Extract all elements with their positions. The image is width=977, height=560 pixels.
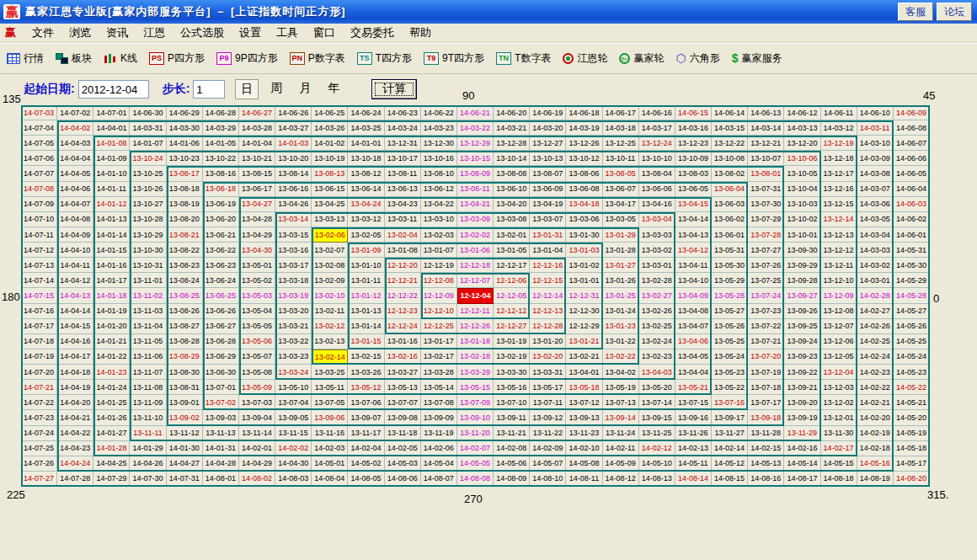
date-cell[interactable]: 14-07-30: [130, 472, 166, 487]
date-cell[interactable]: 14-01-18: [93, 288, 130, 303]
date-cell[interactable]: 13-08-14: [275, 166, 312, 181]
date-cell[interactable]: 12-12-12: [494, 304, 530, 319]
date-cell[interactable]: 13-07-21: [748, 334, 784, 349]
date-cell[interactable]: 14-06-09: [894, 105, 930, 120]
date-cell[interactable]: 13-12-29: [457, 136, 494, 151]
date-cell[interactable]: 13-11-25: [639, 426, 675, 441]
date-cell[interactable]: 13-08-16: [203, 166, 239, 181]
date-cell[interactable]: 13-10-04: [784, 182, 820, 197]
menu-item-浏览[interactable]: 浏览: [61, 25, 99, 40]
date-cell[interactable]: 14-03-18: [603, 120, 639, 136]
date-cell[interactable]: 14-03-26: [312, 120, 348, 136]
date-cell[interactable]: 14-02-18: [857, 441, 894, 456]
date-cell[interactable]: 13-09-07: [348, 410, 384, 425]
date-cell[interactable]: 13-04-03: [639, 365, 675, 380]
date-cell[interactable]: 13-05-05: [239, 319, 275, 334]
date-cell[interactable]: 13-07-25: [748, 273, 784, 288]
tool-赢家轮[interactable]: Bin赢家轮: [619, 51, 664, 66]
date-cell[interactable]: 13-03-16: [275, 243, 312, 258]
date-cell[interactable]: 14-06-27: [239, 105, 275, 120]
date-cell[interactable]: 13-09-26: [784, 304, 820, 319]
date-cell[interactable]: 14-02-26: [857, 319, 894, 334]
date-cell[interactable]: 13-07-07: [385, 395, 421, 410]
date-cell[interactable]: 13-02-25: [639, 319, 675, 334]
date-cell[interactable]: 14-01-04: [239, 136, 275, 151]
date-cell[interactable]: 13-10-25: [130, 166, 166, 181]
date-cell[interactable]: 13-07-01: [203, 380, 239, 395]
date-cell[interactable]: 13-03-29: [457, 365, 494, 380]
date-cell[interactable]: 13-10-13: [530, 151, 566, 166]
date-cell[interactable]: 13-03-30: [494, 365, 530, 380]
date-cell[interactable]: 13-07-28: [748, 227, 784, 243]
date-cell[interactable]: 13-11-09: [130, 395, 166, 410]
date-cell[interactable]: 14-06-19: [530, 105, 566, 120]
date-cell[interactable]: 12-12-21: [385, 273, 421, 288]
date-cell[interactable]: 13-12-01: [821, 410, 857, 425]
date-cell[interactable]: 13-11-02: [130, 288, 166, 303]
date-cell[interactable]: 13-10-07: [748, 151, 784, 166]
date-cell[interactable]: 13-10-06: [784, 151, 820, 166]
date-cell[interactable]: 13-03-28: [421, 365, 457, 380]
date-cell[interactable]: 14-03-11: [857, 120, 894, 136]
date-cell[interactable]: 14-04-17: [57, 349, 93, 365]
date-cell[interactable]: 14-07-06: [21, 151, 57, 166]
date-cell[interactable]: 14-07-21: [21, 380, 57, 395]
date-cell[interactable]: 13-07-15: [675, 395, 712, 410]
date-cell[interactable]: 14-02-22: [857, 380, 894, 395]
date-cell[interactable]: 13-04-02: [603, 365, 639, 380]
date-cell[interactable]: 13-01-31: [530, 227, 566, 243]
date-cell[interactable]: 13-01-27: [603, 258, 639, 273]
date-cell[interactable]: 13-03-05: [603, 212, 639, 227]
date-cell[interactable]: 13-10-02: [784, 212, 820, 227]
date-cell[interactable]: 14-03-16: [675, 120, 712, 136]
date-cell[interactable]: 14-01-24: [93, 380, 130, 395]
date-cell[interactable]: 14-03-03: [857, 243, 894, 258]
date-cell[interactable]: 14-06-06: [894, 151, 930, 166]
date-cell[interactable]: 13-07-24: [748, 288, 784, 303]
date-cell[interactable]: 14-05-19: [894, 426, 930, 441]
date-cell[interactable]: 13-07-06: [348, 395, 384, 410]
date-cell[interactable]: 13-03-11: [385, 212, 421, 227]
date-cell[interactable]: 13-10-03: [784, 197, 820, 212]
support-button[interactable]: 客服: [898, 3, 933, 21]
menu-item-帮助[interactable]: 帮助: [402, 25, 439, 40]
date-cell[interactable]: 13-10-23: [167, 151, 203, 166]
date-cell[interactable]: 14-05-10: [639, 456, 675, 472]
tool-P数字表[interactable]: PNP数字表: [290, 51, 345, 66]
date-cell[interactable]: 13-05-31: [712, 243, 748, 258]
date-cell[interactable]: 13-02-11: [312, 304, 348, 319]
menu-item-资讯[interactable]: 资讯: [99, 25, 136, 40]
date-cell[interactable]: 14-03-09: [857, 151, 894, 166]
date-cell[interactable]: 13-03-14: [275, 212, 312, 227]
date-cell[interactable]: 13-04-06: [675, 334, 712, 349]
date-cell[interactable]: 13-03-19: [275, 288, 312, 303]
date-cell[interactable]: 13-05-08: [239, 365, 275, 380]
date-cell[interactable]: 14-06-01: [894, 227, 930, 243]
date-cell[interactable]: 13-02-08: [312, 258, 348, 273]
date-cell[interactable]: 13-06-01: [712, 227, 748, 243]
date-cell[interactable]: 13-04-18: [566, 197, 602, 212]
date-cell[interactable]: 13-08-02: [712, 166, 748, 181]
date-cell[interactable]: 14-04-05: [57, 166, 93, 181]
date-cell[interactable]: 13-08-17: [167, 166, 203, 181]
date-cell[interactable]: 13-01-02: [566, 258, 602, 273]
date-cell[interactable]: 13-08-10: [421, 166, 457, 181]
date-cell[interactable]: 13-07-26: [748, 258, 784, 273]
date-cell[interactable]: 14-07-31: [167, 472, 203, 487]
date-cell[interactable]: 13-12-24: [639, 136, 675, 151]
tool-T四方形[interactable]: TST四方形: [357, 51, 412, 66]
date-cell[interactable]: 14-05-13: [748, 456, 784, 472]
date-cell[interactable]: 13-04-26: [275, 197, 312, 212]
menu-item-江恩[interactable]: 江恩: [136, 25, 173, 40]
date-cell[interactable]: 13-03-09: [457, 212, 494, 227]
date-cell[interactable]: 13-06-30: [203, 365, 239, 380]
date-cell[interactable]: 13-10-16: [421, 151, 457, 166]
date-cell[interactable]: 13-12-11: [821, 258, 857, 273]
date-cell[interactable]: 12-12-24: [385, 319, 421, 334]
date-cell[interactable]: 13-04-15: [675, 197, 712, 212]
date-cell[interactable]: 14-08-19: [857, 472, 894, 487]
date-cell[interactable]: 14-01-28: [93, 441, 130, 456]
date-cell[interactable]: 14-01-29: [130, 441, 166, 456]
date-cell[interactable]: 13-01-24: [603, 304, 639, 319]
date-cell[interactable]: 13-04-05: [675, 349, 712, 365]
